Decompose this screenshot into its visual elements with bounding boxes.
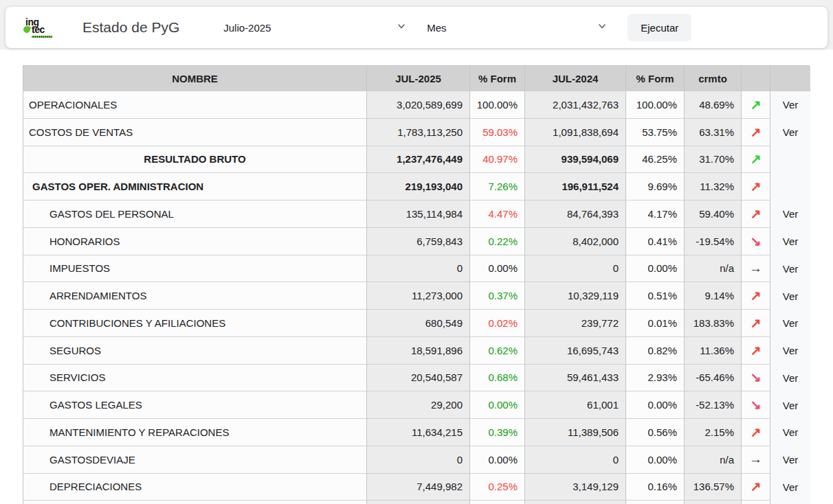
table-row: GASTOSDEVIAJE00.00%00.00%n/a→Ver [23,446,810,474]
crecimiento-value [685,501,742,504]
ver-link[interactable]: Ver [770,255,810,283]
pyg-table: NOMBRE JUL-2025 % Form JUL-2024 % Form c… [23,65,810,504]
value-jul-2025: 11,634,215 [367,419,470,446]
trend-up-red-arrow-icon: ↗ [742,310,770,337]
row-name: ARRENDAMIENTOS [23,282,367,310]
pct-form-2024: 0.00% [626,255,685,283]
row-name: OPERACIONALES [23,91,367,119]
ver-link[interactable]: Ver [770,391,810,419]
value-jul-2025: 0 [367,446,470,474]
ver-empty [770,173,810,201]
ver-link[interactable]: Ver [770,282,810,310]
page-title: Estado de PyG [82,19,179,36]
column-header-crmto: crmto [685,66,742,91]
ver-link[interactable]: Ver [770,365,810,392]
view-mode-select-value: Mes [427,22,446,34]
pct-form-2025: 0.02% [470,310,525,337]
row-name: GASTOS OPER. ADMINISTRACION [23,173,367,201]
value-jul-2024: 84,764,393 [525,201,626,228]
table-row: CONTRIBUCIONES Y AFILIACIONES680,5490.02… [23,310,810,337]
pct-form-2025: 4.47% [470,201,525,228]
crecimiento-value: 48.69% [685,91,742,119]
crecimiento-value: 2.15% [685,419,742,446]
pct-form-2024 [626,501,685,504]
trend-up-red-arrow-icon: ↗ [742,474,770,501]
value-jul-2025: 0 [367,255,470,283]
pct-form-2024: 0.00% [626,446,685,474]
pct-form-2024: 46.25% [626,146,685,174]
table-row: DEPRECIACIONES7,449,9820.25%3,149,1290.1… [23,474,810,501]
ver-link[interactable]: Ver [770,310,810,337]
crecimiento-value: 136.57% [685,474,742,501]
trend-up-red-arrow-icon: ↗ [742,173,770,201]
trend-down-red-arrow-icon: ↘ [742,228,770,255]
pct-form-2025: 0.22% [470,228,525,255]
value-jul-2025: 1,237,476,449 [367,146,470,174]
trend-up-red-arrow-icon: ↗ [742,337,770,365]
column-header-trend [742,66,770,91]
logo-text-bottom: tec [32,25,45,34]
value-jul-2025: 20,540,587 [367,365,470,392]
table-row: ARRENDAMIENTOS11,273,0000.37%10,329,1190… [23,282,810,310]
column-header-form-2025: % Form [470,66,525,91]
execute-button[interactable]: Ejecutar [627,14,691,41]
crecimiento-value: 31.70% [685,146,742,174]
trend-up-green-arrow-icon: ↗ [742,91,770,119]
period-select[interactable]: Julio-2025 [223,14,410,41]
crecimiento-value: -19.54% [685,228,742,255]
pct-form-2025: 0.00% [470,446,525,474]
crecimiento-value: 59.40% [685,201,742,228]
trend-flat-arrow-icon: → [742,446,770,474]
value-jul-2025: 7,449,982 [367,474,470,501]
pct-form-2024: 4.17% [626,201,685,228]
table-row: GASTOS OPER. ADMINISTRACION219,193,0407.… [23,173,810,201]
ver-empty [770,501,810,504]
crecimiento-value: 11.36% [685,337,742,365]
ver-link[interactable]: Ver [770,228,810,255]
trend-down-red-arrow-icon: ↘ [742,391,770,419]
column-header-jul-2024: JUL-2024 [525,66,626,91]
value-jul-2024: 0 [525,255,626,283]
row-name: HONORARIOS [23,228,367,255]
pct-form-2024: 0.41% [626,228,685,255]
pct-form-2025: 0.25% [470,474,525,501]
value-jul-2024: 11,389,506 [525,419,626,446]
pct-form-2025: 0.68% [470,365,525,392]
trend-up-red-arrow-icon: ↗ [742,282,770,310]
ver-link[interactable]: Ver [770,201,810,228]
pct-form-2025: 0.00% [470,255,525,283]
chevron-down-icon [397,21,406,34]
value-jul-2024: 2,031,432,763 [525,91,626,119]
value-jul-2024 [525,501,626,504]
view-mode-select[interactable]: Mes [427,14,611,41]
header-toolbar: ing tec Estado de PyG Julio-2025 Mes Eje… [5,7,828,48]
ver-link[interactable]: Ver [770,419,810,446]
crecimiento-value: 183.83% [685,310,742,337]
pct-form-2024: 100.00% [626,91,685,119]
value-jul-2024: 59,461,433 [525,365,626,392]
pct-form-2024: 2.93% [626,365,685,392]
row-name [23,501,367,504]
crecimiento-value: -65.46% [685,365,742,392]
table-row: MANTENIMIENTO Y REPARACIONES11,634,2150.… [23,419,810,446]
ver-link[interactable]: Ver [770,474,810,501]
crecimiento-value: 63.31% [685,119,742,146]
crecimiento-value: n/a [685,255,742,283]
pct-form-2025: 7.26% [470,173,525,201]
value-jul-2024: 1,091,838,694 [525,119,626,146]
pct-form-2024: 53.75% [626,119,685,146]
trend-up-red-arrow-icon: ↗ [742,201,770,228]
column-header-nombre: NOMBRE [23,66,367,91]
row-name: SERVICIOS [23,365,367,392]
pct-form-2024: 0.56% [626,419,685,446]
ver-link[interactable]: Ver [770,91,810,119]
ver-link[interactable]: Ver [770,337,810,365]
ver-link[interactable]: Ver [770,446,810,474]
table-row: IMPUESTOS00.00%00.00%n/a→Ver [23,255,810,283]
value-jul-2025: 680,549 [367,310,470,337]
trend-down-red-arrow-icon: ↘ [742,365,770,392]
ver-link[interactable]: Ver [770,119,810,146]
value-jul-2025: 219,193,040 [367,173,470,201]
value-jul-2025: 6,759,843 [367,228,470,255]
chevron-down-icon [597,21,607,34]
